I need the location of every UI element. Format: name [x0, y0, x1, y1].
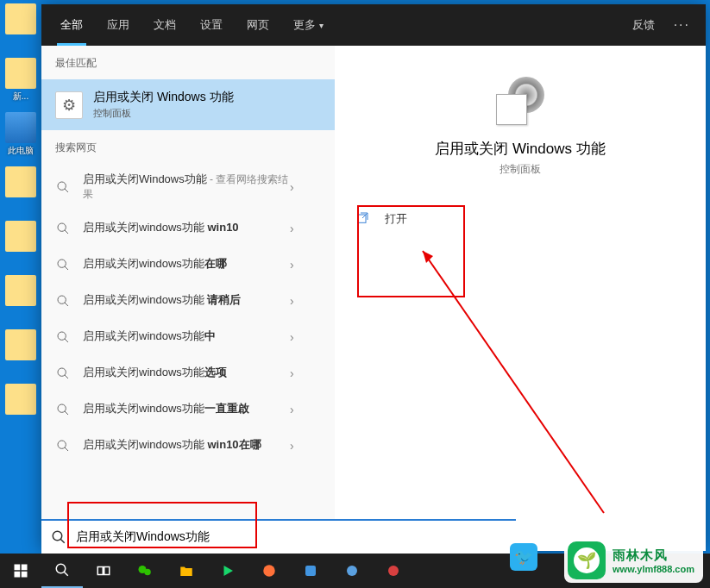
svg-point-31 [144, 569, 151, 576]
chevron-right-icon: › [290, 439, 294, 453]
tabs-bar: 全部 应用 文档 设置 网页 更多▾ 反馈 ··· [41, 4, 706, 46]
section-header-search-web: 搜索网页 [41, 130, 335, 164]
tab-all[interactable]: 全部 [48, 4, 95, 46]
tab-settings[interactable]: 设置 [188, 4, 235, 46]
feedback-button[interactable]: 反馈 [622, 17, 665, 33]
svg-point-14 [58, 441, 66, 448]
desktop-icon[interactable] [2, 329, 40, 377]
search-icon [55, 329, 71, 345]
search-icon [55, 438, 71, 454]
svg-point-2 [58, 223, 66, 231]
search-icon [55, 366, 71, 381]
taskbar-app-player[interactable] [207, 554, 248, 588]
desktop-area: 新... 此电脑 [0, 0, 41, 588]
svg-line-11 [65, 375, 68, 378]
svg-rect-34 [305, 566, 316, 576]
svg-point-4 [58, 260, 66, 267]
web-suggestion[interactable]: 启用或关闭windows功能 win10在哪 › [41, 428, 335, 464]
results-column: 最佳匹配 ⚙ 启用或关闭 Windows 功能 控制面板 搜索网页 启用或关闭W… [41, 46, 335, 551]
windows-features-icon: ⚙ [55, 91, 83, 119]
section-header-best-match: 最佳匹配 [41, 46, 335, 79]
svg-point-12 [58, 404, 66, 412]
desktop-icon[interactable] [2, 275, 40, 322]
search-panel: 全部 应用 文档 设置 网页 更多▾ 反馈 ··· 最佳匹配 ⚙ 启用或关闭 W… [41, 4, 706, 551]
tab-documents[interactable]: 文档 [141, 4, 188, 46]
taskbar-app-explorer[interactable] [166, 554, 207, 588]
watermark: 雨林木风 www.ylmf888.com [564, 538, 703, 583]
svg-rect-22 [15, 565, 21, 571]
web-suggestion[interactable]: 启用或关闭Windows功能 - 查看网络搜索结果 › [41, 164, 335, 210]
svg-point-6 [58, 296, 66, 303]
svg-point-8 [58, 332, 66, 340]
taskbar-app[interactable] [331, 554, 373, 588]
svg-line-9 [65, 339, 68, 342]
svg-rect-23 [22, 565, 28, 571]
svg-point-33 [263, 565, 275, 577]
chevron-right-icon: › [290, 180, 294, 194]
preview-column: 启用或关闭 Windows 功能 控制面板 打开 [335, 46, 706, 551]
watermark-logo [568, 541, 606, 579]
chevron-right-icon: › [290, 294, 294, 308]
best-match-item[interactable]: ⚙ 启用或关闭 Windows 功能 控制面板 [41, 79, 335, 130]
search-icon [55, 402, 71, 417]
svg-point-36 [388, 566, 399, 576]
chevron-right-icon: › [290, 330, 294, 344]
preview-subtitle: 控制面板 [500, 162, 541, 177]
desktop-icon-this-pc[interactable]: 此电脑 [2, 112, 40, 160]
open-action[interactable]: 打开 [349, 203, 692, 235]
svg-point-0 [58, 182, 66, 190]
tab-more[interactable]: 更多▾ [281, 4, 336, 46]
web-suggestion[interactable]: 启用或关闭windows功能一直重啟 › [41, 391, 335, 428]
desktop-icon[interactable]: 新... [2, 58, 40, 105]
tab-web[interactable]: 网页 [235, 4, 281, 46]
svg-point-18 [53, 531, 62, 541]
web-suggestion[interactable]: 启用或关闭windows功能选项 › [41, 355, 335, 391]
svg-line-13 [65, 411, 68, 415]
svg-line-3 [65, 230, 68, 234]
svg-point-35 [347, 566, 357, 576]
taskbar-app[interactable] [373, 554, 414, 588]
taskbar-app-wechat[interactable] [124, 554, 166, 588]
web-suggestion[interactable]: 启用或关闭windows功能中 › [41, 319, 335, 355]
search-icon [55, 293, 71, 309]
tab-apps[interactable]: 应用 [95, 4, 141, 46]
svg-line-17 [362, 213, 368, 218]
taskbar-app-wps[interactable] [290, 554, 331, 588]
chevron-right-icon: › [290, 403, 294, 416]
taskbar-app-firefox[interactable] [248, 554, 290, 588]
svg-marker-32 [224, 566, 234, 576]
web-suggestion[interactable]: 启用或关闭windows功能 请稍后 › [41, 283, 335, 319]
desktop-icon[interactable] [2, 3, 40, 51]
search-icon [55, 257, 71, 272]
svg-point-26 [56, 564, 66, 573]
svg-line-7 [65, 303, 68, 306]
svg-rect-25 [22, 572, 28, 578]
web-suggestion[interactable]: 启用或关闭windows功能 win10 › [41, 210, 335, 247]
start-button[interactable] [0, 554, 41, 588]
desktop-icon[interactable] [2, 166, 40, 214]
svg-line-27 [64, 572, 68, 576]
search-input[interactable] [76, 530, 516, 544]
chevron-right-icon: › [290, 222, 294, 235]
search-button[interactable] [41, 554, 83, 588]
svg-line-5 [65, 266, 68, 270]
desktop-icon[interactable] [2, 221, 40, 268]
svg-line-19 [60, 539, 65, 543]
svg-point-10 [58, 368, 66, 376]
more-options-button[interactable]: ··· [665, 17, 699, 33]
twitter-icon[interactable]: 🐦 [510, 543, 537, 571]
windows-features-large-icon [496, 77, 544, 125]
web-suggestion[interactable]: 启用或关闭windows功能在哪 › [41, 247, 335, 283]
svg-rect-28 [97, 567, 103, 575]
preview-title: 启用或关闭 Windows 功能 [435, 139, 605, 159]
search-box-row [41, 519, 516, 554]
svg-rect-29 [104, 567, 110, 575]
best-match-title: 启用或关闭 Windows 功能 [93, 90, 234, 105]
svg-line-15 [65, 447, 68, 451]
desktop-icon[interactable] [2, 384, 40, 431]
svg-line-1 [65, 189, 68, 192]
best-match-subtitle: 控制面板 [93, 107, 234, 120]
svg-rect-24 [15, 572, 21, 578]
task-view-button[interactable] [83, 554, 124, 588]
search-icon [55, 221, 71, 236]
